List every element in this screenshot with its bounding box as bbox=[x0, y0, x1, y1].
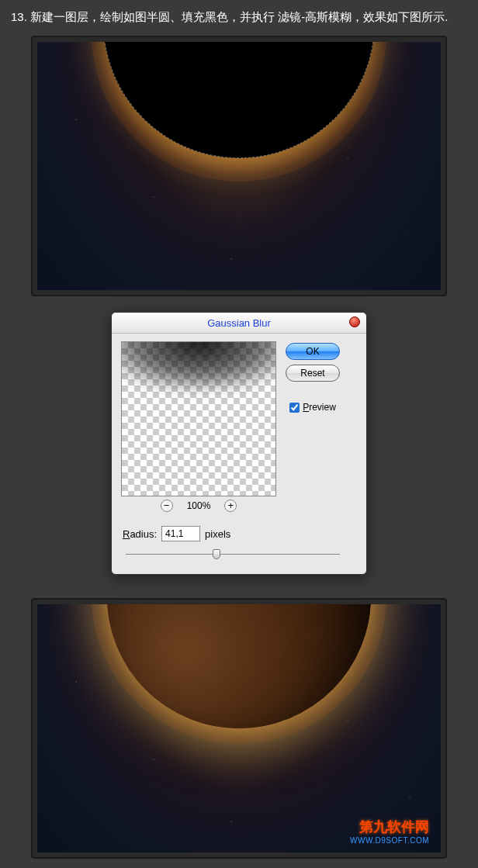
reset-button[interactable]: Reset bbox=[286, 365, 340, 382]
watermark: 第九软件网 WWW.D9SOFT.COM bbox=[350, 818, 429, 845]
slider-track bbox=[126, 554, 340, 555]
result-image-after: 第九软件网 WWW.D9SOFT.COM bbox=[31, 598, 447, 859]
radius-slider[interactable] bbox=[126, 549, 355, 560]
filter-preview-area[interactable] bbox=[121, 341, 276, 496]
step-instruction-text: 13. 新建一图层，绘制如图半圆、填充黑色，并执行 滤镜-高斯模糊，效果如下图所… bbox=[8, 8, 470, 26]
preview-blur-shape bbox=[121, 341, 276, 389]
radius-label: Radius: bbox=[123, 528, 157, 540]
zoom-in-button[interactable]: + bbox=[224, 500, 237, 512]
dialog-title: Gaussian Blur bbox=[207, 317, 271, 329]
ok-button[interactable]: OK bbox=[286, 343, 340, 360]
dialog-titlebar[interactable]: Gaussian Blur bbox=[112, 313, 366, 334]
radius-input[interactable] bbox=[161, 526, 200, 541]
watermark-title: 第九软件网 bbox=[350, 818, 429, 836]
slider-thumb[interactable] bbox=[213, 549, 220, 559]
preview-checkbox-label: Preview bbox=[303, 402, 336, 413]
result-image-before bbox=[31, 36, 447, 296]
close-icon[interactable] bbox=[349, 316, 360, 327]
watermark-url: WWW.D9SOFT.COM bbox=[350, 836, 429, 845]
zoom-out-button[interactable]: − bbox=[161, 500, 173, 512]
gaussian-blur-dialog: Gaussian Blur − 100% + OK Reset Preview bbox=[111, 312, 367, 575]
preview-checkbox-row[interactable]: Preview bbox=[289, 402, 336, 413]
radius-unit-label: pixels bbox=[205, 528, 230, 540]
zoom-percent-label: 100% bbox=[187, 500, 211, 511]
preview-checkbox[interactable] bbox=[289, 403, 300, 413]
